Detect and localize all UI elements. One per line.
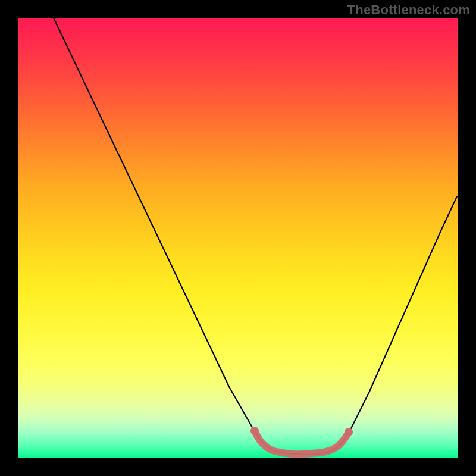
curve-dot-right xyxy=(345,428,353,436)
curve-bottom-highlight xyxy=(255,431,349,454)
bottleneck-curve xyxy=(18,18,458,458)
curve-dot-left xyxy=(250,427,259,435)
curve-path xyxy=(54,18,457,455)
plot-area xyxy=(18,18,458,458)
attribution-label: TheBottleneck.com xyxy=(347,2,470,18)
chart-frame: TheBottleneck.com xyxy=(0,0,476,476)
